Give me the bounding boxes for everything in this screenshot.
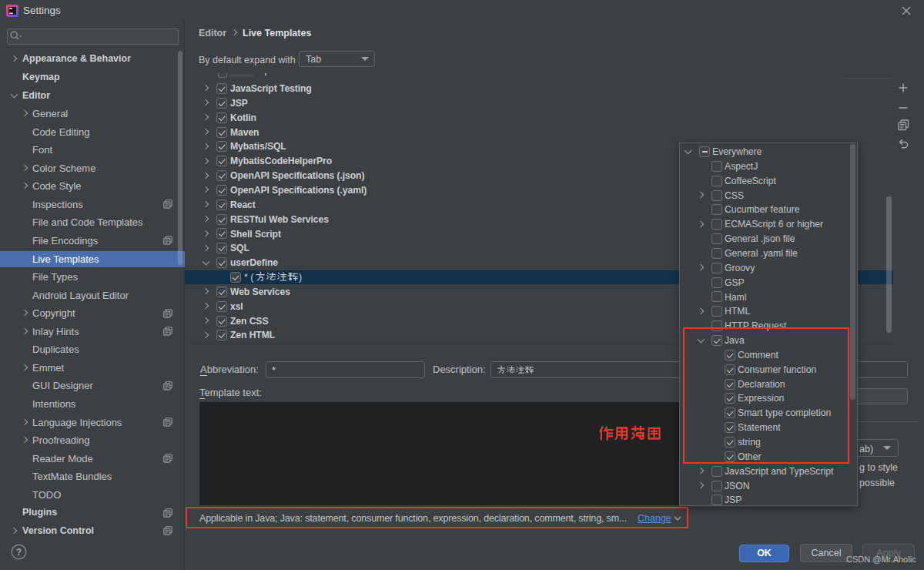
svg-text:?: ? [16,547,22,558]
